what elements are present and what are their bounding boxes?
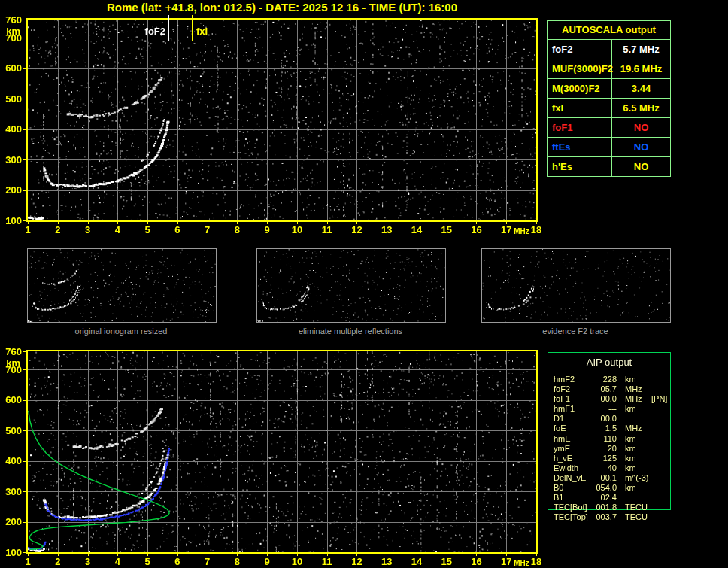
table-row: h_vE125km	[548, 454, 670, 463]
aip-table-header: AIP output	[548, 353, 670, 372]
table-row: TEC[Top]003.7TECU	[548, 512, 670, 522]
aip-unit	[617, 414, 651, 424]
table-row: hmE110km	[548, 434, 670, 444]
thumbnail-eliminate-reflections	[256, 248, 446, 323]
table-row: foF1NO	[548, 118, 670, 138]
table-row: foE1.5MHz	[548, 424, 670, 433]
aip-lbl: B1	[554, 493, 594, 503]
param-label: foF2	[548, 40, 612, 59]
aip-unit: TECU	[617, 512, 651, 522]
aip-val: 00.0	[594, 394, 617, 404]
param-label: h'Es	[548, 157, 612, 176]
autoscala-table-rows: foF25.7 MHzMUF(3000)F219.6 MHzM(3000)F23…	[548, 40, 670, 176]
aip-unit: km	[617, 404, 651, 414]
aip-val: 40	[594, 463, 617, 473]
aip-unit: MHz	[617, 424, 651, 433]
param-label: foF1	[548, 118, 612, 137]
aip-unit: MHz	[617, 394, 651, 404]
table-row: hmF1---km	[548, 404, 670, 414]
thumbnail-evidence-f2-trace	[481, 248, 671, 323]
aip-lbl: foE	[554, 424, 594, 433]
aip-lbl: ymE	[554, 444, 594, 454]
aip-lbl: hmF1	[554, 404, 594, 414]
profile-plot-canvas	[0, 330, 549, 568]
aip-lbl: D1	[554, 414, 594, 424]
aip-val: 00.0	[594, 414, 617, 424]
aip-val: 054.0	[594, 483, 617, 493]
aip-unit: km	[617, 434, 651, 444]
aip-val: 20	[594, 444, 617, 454]
aip-note: [PN]	[651, 394, 670, 404]
param-label: MUF(3000)F2	[548, 59, 612, 78]
thumbnail-original-ionogram	[27, 248, 217, 323]
aip-note	[651, 493, 670, 503]
table-row: B102.4	[548, 493, 670, 503]
aip-lbl: hmE	[554, 434, 594, 444]
table-row: MUF(3000)F219.6 MHz	[548, 59, 670, 79]
autoscala-output-table: AUTOSCALA output foF25.7 MHzMUF(3000)F21…	[547, 20, 671, 177]
aip-note	[651, 512, 670, 522]
aip-note	[651, 384, 670, 394]
table-row: foF25.7 MHz	[548, 40, 670, 59]
param-label: fxI	[548, 99, 612, 117]
aip-note	[651, 473, 670, 483]
aip-unit: m^(-3)	[617, 473, 651, 483]
param-value: NO	[612, 157, 670, 176]
param-value: 6.5 MHz	[612, 99, 670, 117]
param-value: NO	[612, 138, 670, 156]
table-row: h'EsNO	[548, 157, 670, 176]
aip-unit: km	[617, 375, 651, 384]
aip-lbl: h_vE	[554, 454, 594, 463]
param-label: M(3000)F2	[548, 79, 612, 98]
aip-unit: km	[617, 483, 651, 493]
table-row: DelN_vE00.1m^(-3)	[548, 473, 670, 483]
aip-note	[651, 414, 670, 424]
table-row: ftEsNO	[548, 138, 670, 157]
table-row: D100.0	[548, 414, 670, 424]
aip-val: 125	[594, 454, 617, 463]
param-value: 19.6 MHz	[612, 59, 670, 78]
table-row: M(3000)F23.44	[548, 79, 670, 99]
param-value: 5.7 MHz	[612, 40, 670, 59]
aip-unit: TECU	[617, 503, 651, 512]
aip-note	[651, 503, 670, 512]
table-row: ymE20km	[548, 444, 670, 454]
aip-note	[651, 463, 670, 473]
table-row: TEC[Bot]001.8TECU	[548, 503, 670, 512]
table-row: foF205.7MHz	[548, 384, 670, 394]
table-row: foF100.0MHz[PN]	[548, 394, 670, 404]
aip-val: ---	[594, 404, 617, 414]
aip-note	[651, 375, 670, 384]
aip-lbl: TEC[Top]	[554, 512, 594, 522]
param-value: NO	[612, 118, 670, 137]
aip-lbl: foF2	[554, 384, 594, 394]
aip-lbl: TEC[Bot]	[554, 503, 594, 512]
aip-unit: MHz	[617, 384, 651, 394]
param-value: 3.44	[612, 79, 670, 98]
aip-note	[651, 434, 670, 444]
table-row: B0054.0km	[548, 483, 670, 493]
aip-unit: km	[617, 444, 651, 454]
table-row: fxI6.5 MHz	[548, 99, 670, 118]
aip-unit: km	[617, 454, 651, 463]
aip-lbl: B0	[554, 483, 594, 493]
table-row: hmF2228km	[548, 375, 670, 384]
aip-note	[651, 404, 670, 414]
aip-unit: km	[617, 463, 651, 473]
autoscala-screen: Rome (lat: +41.8, lon: 012.5) - DATE: 20…	[0, 0, 728, 568]
aip-note	[651, 454, 670, 463]
aip-val: 02.4	[594, 493, 617, 503]
aip-val: 110	[594, 434, 617, 444]
aip-lbl: foF1	[554, 394, 594, 404]
aip-unit	[617, 493, 651, 503]
ionogram-plot-canvas	[0, 0, 549, 241]
aip-note	[651, 424, 670, 433]
aip-table-rows: hmF2228kmfoF205.7MHzfoF100.0MHz[PN]hmF1-…	[548, 375, 670, 522]
aip-val: 05.7	[594, 384, 617, 394]
aip-note	[651, 483, 670, 493]
table-row: Ewidth40km	[548, 463, 670, 473]
aip-lbl: DelN_vE	[554, 473, 594, 483]
aip-val: 003.7	[594, 512, 617, 522]
aip-val: 228	[594, 375, 617, 384]
param-label: ftEs	[548, 138, 612, 156]
